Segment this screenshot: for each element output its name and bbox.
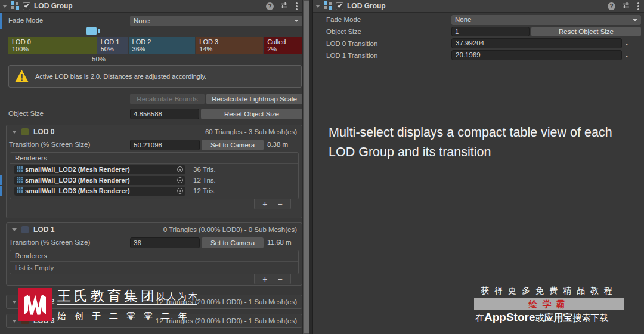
lod3-segment[interactable]: LOD 3 14%	[196, 37, 263, 54]
lod0-renderers-list: Renderers smallWall_LOD2 (Mesh Renderer)…	[10, 152, 299, 199]
lod0-transition-field[interactable]: 50.21098	[130, 140, 200, 150]
reset-object-size-button[interactable]: Reset Object Size	[201, 109, 302, 119]
foldout-icon[interactable]	[12, 131, 17, 134]
renderer-row[interactable]: smallWall_LOD3 (Mesh Renderer) 12 Tris.	[10, 175, 298, 185]
download-or: 或	[535, 313, 544, 323]
empty-list-label: List is Empty	[10, 262, 298, 274]
presets-icon[interactable]	[622, 2, 630, 10]
foldout-icon[interactable]	[12, 301, 17, 304]
scrollbar-track[interactable]	[302, 0, 312, 334]
lod-slider-bar[interactable]: LOD 0 100% LOD 1 50% LOD 2 36% LOD 3 14%…	[8, 37, 303, 54]
camera-position-percent: 50%	[92, 55, 106, 63]
selection-accent-bar	[0, 13, 2, 29]
lod0-transition-label: LOD 0 Transition	[326, 40, 377, 47]
foldout-icon[interactable]	[315, 5, 320, 8]
watermark-underline	[57, 304, 197, 305]
fade-mode-label: Fade Mode	[8, 17, 43, 24]
recalculate-bounds-button[interactable]: Recalculate Bounds	[130, 94, 205, 104]
check-icon	[338, 3, 342, 8]
lod0-title: LOD 0	[33, 128, 54, 136]
lod0-segment[interactable]: LOD 0 100%	[8, 37, 97, 54]
remove-renderer-button[interactable]: −	[278, 276, 283, 283]
help-icon[interactable]: ?	[266, 2, 274, 10]
renderer-object-field[interactable]: smallWall_LOD2 (Mesh Renderer)	[14, 165, 185, 174]
segment-name: LOD 1	[101, 38, 128, 45]
segment-name: Culled	[267, 38, 303, 45]
mesh-renderer-icon	[17, 177, 23, 184]
object-size-field[interactable]: 4.856588	[130, 109, 199, 119]
multi-select-note: Multi-select displays a compact table vi…	[329, 123, 627, 162]
lod0-header[interactable]: LOD 0 60 Triangles - 3 Sub Mesh(es)	[7, 125, 302, 138]
set-to-camera-button[interactable]: Set to Camera	[202, 140, 264, 150]
more-options-icon[interactable]	[637, 5, 639, 7]
renderer-object-field[interactable]: smallWall_LOD3 (Mesh Renderer)	[14, 187, 185, 196]
lod1-info: 0 Triangles (0.00% LOD0) - 0 Sub Mesh(es…	[163, 226, 297, 233]
scrollbar-thumb[interactable]	[303, 0, 309, 334]
download-suffix: 搜索下载	[573, 313, 609, 323]
remove-renderer-button[interactable]: −	[278, 200, 283, 208]
watermark-company-name: 王氏教育集团	[57, 287, 157, 305]
enabled-checkbox[interactable]	[23, 2, 30, 10]
foldout-icon[interactable]	[12, 228, 17, 231]
segment-percent: 14%	[199, 45, 263, 52]
w-logo-icon	[23, 293, 48, 317]
foldout-icon[interactable]	[12, 320, 17, 323]
watermark-brand-bar: 绘学霸	[474, 298, 624, 310]
segment-percent: 100%	[12, 45, 97, 52]
lod1-transition-field[interactable]: 36	[130, 237, 200, 248]
lod-group-inspector-right: LOD Group ? Fade Mode None Object Size 1…	[312, 0, 644, 334]
fade-mode-dropdown[interactable]: None	[451, 15, 641, 25]
lod1-header[interactable]: LOD 1 0 Triangles (0.00% LOD0) - 0 Sub M…	[7, 223, 302, 236]
yyb-text: 应用宝	[544, 313, 573, 323]
add-renderer-button[interactable]: +	[262, 276, 267, 283]
lod1-transition-label: LOD 1 Transition	[326, 52, 377, 59]
fade-mode-value: None	[455, 16, 472, 23]
culled-segment[interactable]: Culled 2%	[264, 37, 303, 54]
set-to-camera-button[interactable]: Set to Camera	[202, 237, 264, 248]
component-header[interactable]: LOD Group ?	[313, 0, 644, 13]
lod1-transition-field[interactable]: 20.1969	[451, 50, 622, 60]
object-picker-icon[interactable]	[177, 166, 183, 172]
lod2-segment[interactable]: LOD 2 36%	[129, 37, 196, 54]
reset-object-size-button[interactable]: Reset Object Size	[531, 27, 641, 36]
object-picker-icon[interactable]	[177, 177, 183, 183]
fade-mode-dropdown[interactable]: None	[130, 16, 302, 26]
fade-mode-label: Fade Mode	[326, 16, 361, 23]
object-picker-icon[interactable]	[177, 188, 183, 194]
renderer-object-field[interactable]: smallWall_LOD3 (Mesh Renderer)	[14, 176, 185, 185]
camera-icon[interactable]	[86, 26, 103, 38]
segment-name: LOD 3	[199, 38, 263, 45]
download-prefix: 在	[475, 313, 484, 323]
selection-accent-bar	[0, 186, 2, 196]
segment-percent: 2%	[267, 45, 303, 52]
triangle-count: 36 Tris.	[193, 166, 216, 173]
lod1-color-swatch	[21, 226, 29, 233]
object-size-field[interactable]: 1	[451, 27, 530, 36]
object-size-label: Object Size	[8, 110, 44, 117]
segment-percent: 36%	[132, 45, 196, 52]
selection-accent-bar	[0, 175, 2, 185]
lod0-distance: 8.38 m	[267, 141, 288, 148]
lod1-segment[interactable]: LOD 1 50%	[97, 37, 128, 54]
renderer-row[interactable]: smallWall_LOD2 (Mesh Renderer) 36 Tris.	[10, 164, 298, 175]
lod0-transition-field[interactable]: 37.99204	[451, 38, 622, 48]
lod0-transition-extra: -	[626, 40, 628, 47]
mesh-renderer-icon	[17, 187, 23, 194]
renderers-header: Renderers	[10, 250, 298, 262]
renderer-row[interactable]: smallWall_LOD3 (Mesh Renderer) 12 Tris.	[10, 185, 298, 196]
lod1-section: LOD 1 0 Triangles (0.00% LOD0) - 0 Sub M…	[6, 222, 302, 286]
add-renderer-button[interactable]: +	[262, 200, 267, 208]
component-header[interactable]: LOD Group ?	[0, 0, 302, 13]
presets-icon[interactable]	[280, 2, 288, 10]
lod0-color-swatch	[21, 128, 29, 135]
component-title: LOD Group	[347, 2, 386, 10]
recalculate-lightmap-button[interactable]: Recalculate Lightmap Scale	[206, 94, 302, 104]
help-icon[interactable]: ?	[608, 2, 615, 10]
enabled-checkbox[interactable]	[336, 2, 343, 10]
component-title: LOD Group	[34, 2, 73, 10]
foldout-icon[interactable]	[2, 5, 7, 8]
check-icon	[24, 3, 29, 8]
watermark-promo-line: 获得更多免费精品教程	[481, 286, 618, 296]
more-options-icon[interactable]	[296, 5, 298, 7]
segment-percent: 50%	[101, 45, 128, 52]
